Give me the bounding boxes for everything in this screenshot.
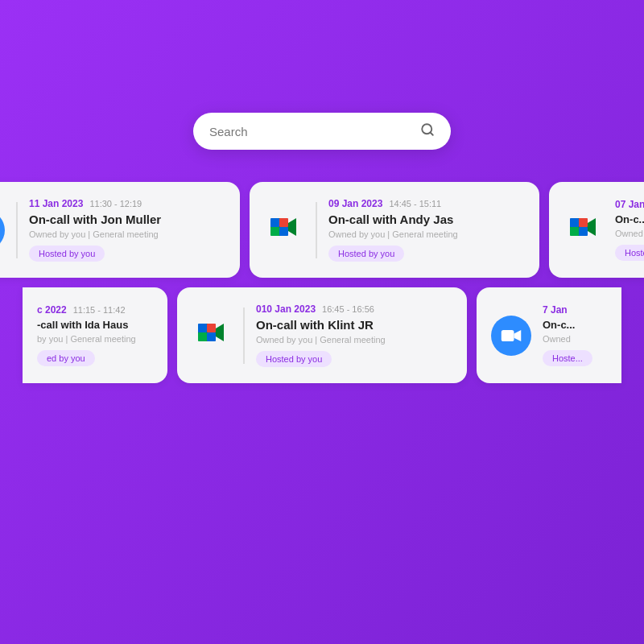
svg-rect-6 <box>279 218 288 227</box>
card-info: 7 Jan On-c... Owned Hoste... <box>543 304 607 366</box>
svg-rect-5 <box>270 218 279 227</box>
card-info: 010 Jan 2023 16:45 - 16:56 On-call with … <box>256 303 452 367</box>
meeting-card[interactable]: 09 Jan 2023 14:45 - 15:11 On-call with A… <box>250 182 539 278</box>
card-date-row: 09 Jan 2023 14:45 - 15:11 <box>328 198 525 209</box>
search-icon <box>420 122 435 140</box>
meeting-card[interactable]: 010 Jan 2023 16:45 - 16:56 On-call with … <box>177 287 467 383</box>
hosted-badge: ed by you <box>37 350 95 366</box>
svg-marker-23 <box>514 330 522 341</box>
card-time: 11:15 - 11:42 <box>73 305 126 315</box>
meeting-card-partial[interactable]: c 2022 11:15 - 11:42 -call with Ida Haus… <box>23 287 167 383</box>
card-info: c 2022 11:15 - 11:42 -call with Ida Haus… <box>37 304 153 366</box>
card-info: 09 Jan 2023 14:45 - 15:11 On-call with A… <box>328 198 525 262</box>
svg-rect-11 <box>570 218 579 227</box>
card-title: On-call with Jon Muller <box>29 213 225 226</box>
svg-rect-17 <box>198 324 207 332</box>
svg-rect-7 <box>270 227 279 236</box>
card-date: 07 Jan <box>615 199 644 210</box>
card-time: 16:45 - 16:56 <box>322 304 374 314</box>
svg-rect-12 <box>579 218 588 227</box>
svg-rect-19 <box>198 332 207 341</box>
hosted-badge: Hoste... <box>543 350 592 366</box>
card-title: On-c... <box>615 213 644 225</box>
card-date-row: 010 Jan 2023 16:45 - 16:56 <box>256 303 452 315</box>
meeting-card[interactable]: 11 Jan 2023 11:30 - 12:19 On-call with J… <box>0 182 240 278</box>
card-date-row: 7 Jan <box>543 304 607 316</box>
card-title: On-call with Klint JR <box>256 318 452 332</box>
card-title: On-c... <box>543 319 607 331</box>
search-input[interactable] <box>209 125 420 138</box>
card-date: 11 Jan 2023 <box>29 198 83 209</box>
svg-line-1 <box>430 132 432 134</box>
cards-row-2: c 2022 11:15 - 11:42 -call with Ida Haus… <box>8 287 636 383</box>
card-subtitle: Owned by you | General meeting <box>256 335 452 345</box>
meeting-card-partial[interactable]: 07 Jan On-c... Owned Hoste... <box>549 182 644 278</box>
card-time: 14:45 - 15:11 <box>389 199 441 208</box>
card-date: c 2022 <box>37 304 67 316</box>
card-date-row: 07 Jan <box>615 199 644 210</box>
cards-row-1: 11 Jan 2023 11:30 - 12:19 On-call with J… <box>8 182 636 278</box>
gmeet-logo <box>264 210 304 250</box>
gmeet-logo <box>192 316 232 356</box>
svg-rect-13 <box>570 227 579 236</box>
card-subtitle: by you | General meeting <box>37 334 153 344</box>
card-subtitle: Owned by you | General meeting <box>328 229 525 239</box>
card-title: On-call with Andy Jas <box>328 213 525 226</box>
card-date-row: 11 Jan 2023 11:30 - 12:19 <box>29 198 225 209</box>
zoom-logo <box>491 316 531 356</box>
hosted-badge: Hosted by you <box>29 246 105 262</box>
card-subtitle: Owned by you | General meeting <box>29 229 225 239</box>
card-divider <box>316 202 317 258</box>
svg-marker-21 <box>216 324 224 341</box>
zoom-logo <box>0 210 5 250</box>
cards-container: 11 Jan 2023 11:30 - 12:19 On-call with J… <box>8 182 636 383</box>
card-time: 11:30 - 12:19 <box>89 199 142 208</box>
card-title: -call with Ida Haus <box>37 319 153 331</box>
search-area <box>193 113 451 150</box>
card-date: 010 Jan 2023 <box>256 303 316 315</box>
gmeet-logo <box>564 210 604 250</box>
hosted-badge: Hosted by you <box>256 351 332 367</box>
card-divider <box>16 202 18 258</box>
svg-marker-15 <box>588 218 596 236</box>
svg-rect-14 <box>579 227 588 236</box>
svg-rect-8 <box>279 227 288 236</box>
svg-rect-20 <box>207 332 216 341</box>
card-date: 7 Jan <box>543 304 568 316</box>
svg-rect-18 <box>207 324 216 332</box>
hosted-badge: Hosted by you <box>328 246 404 262</box>
hosted-badge: Hoste... <box>615 245 644 261</box>
svg-rect-22 <box>502 330 514 341</box>
card-subtitle: Owned <box>543 334 607 344</box>
card-info: 11 Jan 2023 11:30 - 12:19 On-call with J… <box>29 198 225 262</box>
meeting-card-partial[interactable]: 7 Jan On-c... Owned Hoste... <box>477 287 621 383</box>
card-info: 07 Jan On-c... Owned Hoste... <box>615 199 644 261</box>
card-date-row: c 2022 11:15 - 11:42 <box>37 304 153 316</box>
card-date: 09 Jan 2023 <box>328 198 382 209</box>
search-bar <box>193 113 451 150</box>
svg-marker-9 <box>288 218 296 236</box>
card-subtitle: Owned <box>615 229 644 238</box>
card-divider <box>243 308 245 364</box>
